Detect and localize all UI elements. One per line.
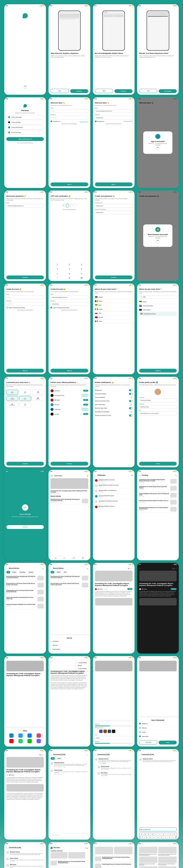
news-card[interactable]: Revolutionizing the Future: Breakthrough… [50,498,88,504]
signup-filled: 9:41▪▪▪ 📶 🔋 Create Account 🔐 Join our co… [48,283,90,374]
bookmark-icon[interactable]: 🔖 [128,568,129,569]
onboard-3: 9:41▪▪▪ 📶 🔋 Elevate Your News Experience… [137,4,179,95]
avatar-upload[interactable] [155,389,161,395]
customize-feed: 9:41▪▪▪ 📶 🔋 Customise your news feed 📰 T… [4,377,46,467]
continue-button[interactable]: Continue [70,89,88,93]
toggle-item: Breaking news [95,389,133,392]
user-avatar[interactable] [50,474,53,477]
color-picker [95,730,133,733]
hero-image[interactable] [50,478,88,489]
country-item[interactable]: Australia [95,295,133,299]
facebook-button[interactable]: Continue with Facebook [6,125,44,129]
viber-icon[interactable] [37,739,41,743]
forgot-link[interactable]: Forgot password? [79,121,88,123]
signup-empty: 9:41▪▪▪ 📶 🔋 Create Account 🔐 Join our co… [4,283,46,374]
youtube-icon[interactable] [9,739,13,743]
more-icon[interactable]: ⋮ [131,568,133,569]
continue-button[interactable]: Continue [6,276,44,279]
comment-item: Sanjuanita Ordonez This is a long-overdu… [50,761,88,768]
country-search: 9:41▪▪▪ 📶 🔋 Where do you come from? 🏳️ S… [137,283,179,374]
search-icon[interactable]: 🔍 [175,475,177,476]
facebook-icon[interactable] [28,734,32,738]
signin-empty: 9:41▪▪▪ 📶 🔋 Welcome back 👋 Please enter … [48,97,90,188]
nav-discover[interactable]: 🧭Discover [63,557,66,559]
category-item[interactable]: 🏛️Politics [6,390,18,395]
comment-input[interactable]: Add a comment... [50,833,88,837]
discover-grid: 9:41▪▪▪ 📶 🔋 Breakthrough Discovery: Prom… [137,842,179,868]
keypad[interactable]: 123 456 789 *0⌫ [50,262,88,281]
country-list: 9:41▪▪▪ 📶 🔋 Where do you come from? 🏳️ S… [93,283,135,374]
email-input[interactable]: Email [50,109,88,113]
signup-button[interactable]: Sign up [6,369,44,373]
bio-input[interactable]: Tech enthusiast. Love to share stories! [139,411,177,415]
reset-password: 9:41▪▪▪ 📶 🔋 Reset your password 🔑 Please… [4,190,46,281]
email-input[interactable]: andrew.ainsley@yourdomain.com [6,204,44,208]
search-icon: 🔍 [141,296,142,298]
recent-sort: 9:41▪▪▪ 📶 🔋 ←Recent Stories🔍 AllPolitics… [48,563,90,653]
instagram-icon[interactable] [37,734,41,738]
tab[interactable]: All [6,571,10,574]
twitter-icon[interactable] [19,734,23,738]
toggle[interactable] [129,389,133,391]
telegram-icon[interactable] [9,734,13,738]
signin-button[interactable]: Sign in [50,182,88,186]
whatsapp-icon[interactable] [19,739,23,743]
otp-verify: 9:41▪▪▪ 📶 🔋 OTP code verification 🔐 We h… [48,190,90,281]
splash-screen: 9:41▪▪▪📶🔋 [4,4,46,95]
font-slider[interactable] [95,743,133,744]
new-password-input[interactable]: ●●●●●●●●●●● [95,204,133,208]
comments-keyboard: 9:41▪▪▪ 📶 🔋 ←Comments (3.2K) Sanjuanita … [137,749,179,840]
comments-page: 9:41▪▪▪ 📶 🔋 ←Comments (3.2K)⋮ TopNewest … [48,749,90,840]
password-input[interactable]: Password [50,116,88,120]
share-grid [6,732,44,744]
success-modal: 👤 Sign in Successful! Please wait... You… [137,97,179,188]
check-icon: ✓ [22,504,28,511]
comments-reply: 9:41▪▪▪ 📶 🔋 ←Comments (3.2K) Sanjuanita … [93,749,135,840]
user-icon: 👤 [155,134,160,139]
skip-button[interactable]: Skip [50,89,69,93]
article-detail: 9:41▪▪▪ 📶 🔋 ←🔖 ↗ ⋮ Unmasking the Truth: … [93,563,135,653]
back-button[interactable]: ← [95,474,97,476]
discover-page: 9:41▪▪▪ 📶 🔋 Discover🔍 🔔 This Week's Top … [48,842,90,868]
nav-bookmark[interactable]: 🔖Bookmark [72,557,76,559]
apple-button[interactable]: Continue with Apple [6,120,44,124]
recent-stories: 9:41▪▪▪ 📶 🔋 ←Recent Stories🔍 AllPolitics… [4,563,46,653]
discover-feed: 9:41▪▪▪ 📶 🔋 Breakthrough Discovery: Prom… [93,842,135,868]
google-button[interactable]: Continue with Google [6,115,44,119]
nav-profile[interactable]: 👤Profile [82,557,84,559]
get-started-button[interactable]: Get Started [159,89,177,93]
onboard-desc: Welcome to our news app, your go-to sour… [50,55,88,58]
name-input[interactable]: Programming Window [139,398,177,402]
notification-icon[interactable]: 🔔 [87,475,88,476]
lets-go-button[interactable]: Let's Go [6,525,44,529]
share-icon[interactable]: ↗ [130,568,131,569]
remember-checkbox[interactable]: Remember me [50,121,60,122]
bookmark-sheet: Save to Bookmark Reading List Reference … [137,717,179,747]
home-feed: 9:41▪▪▪ 📶 🔋 Andrew Ainsley🔔 Unmasking th… [48,470,90,560]
onboard-2: 9:41▪▪▪ 📶 🔋 Profile Be a Knowledgeable G… [93,4,135,95]
signup-link[interactable]: Don't have an account? Sign up [6,142,44,144]
article-menu: 9:41▪▪▪ 📶 🔋 ←⋮ 📐 Display Settings ℹ️ Abo… [48,656,90,747]
follow-button[interactable]: Follow [83,390,88,392]
search-input[interactable]: 🔍united [139,295,177,299]
brightness-slider[interactable] [95,725,133,726]
all-set: 9:41▪▪▪ 📶 🔋 ✓ You're All Set! Start expl… [4,470,46,560]
twitter-button[interactable]: Continue with Twitter [6,130,44,134]
finish-button[interactable]: Finish [139,462,177,466]
signin-filled: 9:41▪▪▪ 📶 🔋 Welcome back 👋 Please enter … [93,97,135,188]
keyboard[interactable]: QWERTYUIOP ASDFGHJKL [139,832,177,840]
nav-home[interactable]: 🏠Home [54,557,57,559]
signin-password-button[interactable]: Sign in with password [6,137,44,141]
display-sheet: Brightness Background Color Font Default… [93,721,135,747]
email-input[interactable]: andrew.ainsley@yourdomain.com [95,109,133,113]
display-settings: 9:41▪▪▪ 📶 🔋 Brightness Background Color … [93,656,135,747]
password-input[interactable]: ●●●●●●●●●●● [95,116,133,120]
publisher-item: CNN NewsFollow [50,389,88,393]
lock-icon: 🔒 [155,227,160,232]
otp-inputs[interactable]: 7 [50,204,88,207]
username-input[interactable]: @andrew_ainsley [139,405,177,409]
notification-item[interactable]: CNN News published a new story09:25 AM [95,478,133,483]
settings-icon[interactable]: ⚙ [132,475,133,476]
line-icon[interactable] [28,739,32,743]
confirm-password-input[interactable]: ●●●●●●●●●●● [95,211,133,214]
